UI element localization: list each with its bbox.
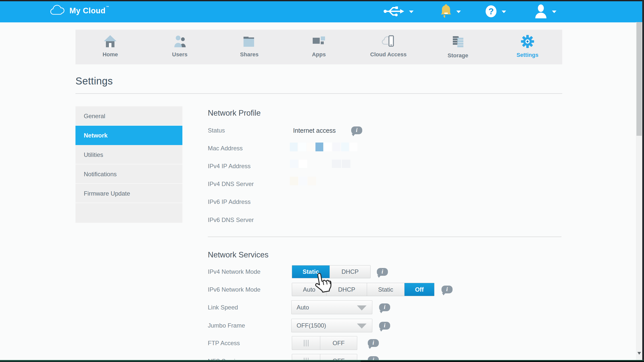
ipv4-mode-option-static[interactable]: Static	[292, 265, 330, 278]
ipv6-mode-option-auto[interactable]: Auto	[292, 283, 327, 296]
ipv6-mode-option-dhcp[interactable]: DHCP	[327, 283, 367, 296]
alerts-menu-button[interactable]	[440, 1, 461, 22]
sidebar-item-firmware-update[interactable]: Firmware Update	[75, 184, 182, 203]
nav-label: Settings	[516, 52, 538, 58]
redacted-value-block	[350, 143, 357, 151]
nav-label: Storage	[448, 52, 468, 59]
user-icon	[534, 4, 548, 20]
link-speed-dropdown[interactable]: Auto	[291, 300, 372, 314]
help-icon: ?	[485, 4, 498, 20]
dropdown-arrow-icon	[357, 305, 367, 310]
nav-item-home[interactable]: Home	[75, 30, 145, 64]
ftp-access-toggle[interactable]: OFF	[292, 336, 357, 350]
redacted-value-block	[299, 177, 307, 185]
help-caret-icon	[502, 11, 506, 13]
main-nav: Home Users Shares	[75, 30, 562, 64]
ipv4-mode-segmented-control: Static DHCP	[292, 265, 371, 278]
redacted-value-block	[342, 160, 350, 168]
svg-text:?: ?	[488, 7, 494, 16]
settings-sidebar: General Network Utilities Notifications …	[75, 106, 182, 223]
ipv4-mode-info-icon[interactable]: i	[377, 268, 388, 276]
nav-item-apps[interactable]: Apps	[284, 30, 353, 64]
ipv6-mode-option-static[interactable]: Static	[367, 283, 405, 296]
link-speed-label: Link Speed	[208, 303, 238, 312]
redacted-value-block	[298, 143, 306, 151]
ipv6-dns-label: IPv6 DNS Server	[208, 215, 254, 224]
trademark: ™	[106, 5, 109, 9]
nav-item-users[interactable]: Users	[145, 30, 214, 64]
scrollbar-down-arrow[interactable]	[637, 352, 641, 355]
jumbo-frame-info-icon[interactable]: i	[379, 322, 390, 330]
redacted-value-block	[341, 143, 349, 151]
usb-icon	[383, 5, 405, 19]
section-divider	[208, 237, 561, 237]
redacted-value-block	[333, 143, 340, 151]
ipv4-mode-label: IPv4 Network Mode	[208, 267, 260, 276]
ipv6-mode-label: IPv6 Network Mode	[208, 285, 260, 294]
ipv4-ip-label: IPv4 IP Address	[208, 162, 251, 171]
info-glyph: i	[382, 268, 383, 275]
usb-menu-button[interactable]	[383, 1, 414, 22]
ipv4-dns-redacted-value	[290, 177, 316, 185]
cloud-logo-icon	[49, 5, 65, 17]
info-glyph: i	[373, 340, 374, 346]
ipv6-mode-option-off[interactable]: Off	[405, 283, 434, 296]
recording-progress-bar	[0, 360, 644, 362]
redacted-value-block	[308, 177, 316, 185]
apps-icon	[312, 35, 326, 49]
sidebar-item-network[interactable]: Network	[75, 126, 182, 145]
dropdown-arrow-icon	[357, 324, 367, 329]
topbar: My Cloud™	[0, 1, 642, 22]
link-speed-value: Auto	[297, 304, 309, 311]
redacted-value-block	[307, 143, 315, 151]
mac-address-label: Mac Address	[208, 144, 243, 153]
brand-logo: My Cloud™	[49, 5, 109, 17]
title-divider	[75, 93, 562, 94]
users-icon	[173, 35, 187, 49]
redacted-value-block	[299, 160, 307, 168]
redacted-value-block	[290, 177, 298, 185]
nav-item-cloud-access[interactable]: Cloud Access	[354, 30, 423, 64]
redacted-value-gap	[308, 160, 331, 168]
mac-address-redacted-value	[290, 143, 357, 151]
ipv4-mode-option-dhcp[interactable]: DHCP	[330, 265, 370, 278]
nav-item-storage[interactable]: Storage	[423, 30, 493, 64]
info-glyph: i	[446, 286, 448, 292]
ipv4-dns-label: IPv4 DNS Server	[208, 179, 254, 189]
nav-label: Cloud Access	[370, 51, 407, 58]
sidebar-item-notifications[interactable]: Notifications	[75, 164, 182, 184]
nav-label: Users	[172, 51, 187, 58]
redacted-value-block	[332, 160, 341, 168]
link-speed-info-icon[interactable]: i	[379, 303, 390, 311]
sidebar-item-general[interactable]: General	[75, 106, 182, 126]
shares-icon	[242, 35, 256, 49]
window-right-edge	[642, 0, 644, 362]
scrollbar-thumb[interactable]	[636, 22, 642, 136]
ipv6-mode-info-icon[interactable]: i	[441, 286, 453, 293]
status-info-icon[interactable]: i	[351, 126, 362, 134]
nav-label: Shares	[240, 51, 258, 58]
ipv6-ip-label: IPv6 IP Address	[208, 197, 251, 206]
ftp-access-info-icon[interactable]: i	[368, 339, 379, 347]
ftp-access-label: FTP Access	[208, 339, 240, 348]
ipv6-mode-segmented-control: Auto DHCP Static Off	[292, 283, 434, 296]
jumbo-frame-dropdown[interactable]: OFF(1500)	[291, 319, 372, 332]
redacted-value-block	[290, 143, 298, 151]
nav-label: Home	[103, 51, 118, 58]
nav-item-settings[interactable]: Settings	[493, 30, 562, 64]
vertical-scrollbar-track[interactable]	[636, 22, 642, 360]
alerts-caret-icon	[456, 11, 461, 13]
nav-item-shares[interactable]: Shares	[215, 30, 284, 64]
logo-text: My Cloud™	[69, 6, 109, 15]
home-icon	[103, 35, 117, 49]
storage-icon	[451, 35, 465, 50]
settings-gear-icon	[521, 35, 534, 49]
ftp-access-state: OFF	[320, 336, 357, 350]
info-glyph: i	[356, 127, 357, 133]
sidebar-item-utilities[interactable]: Utilities	[75, 145, 182, 164]
user-menu-button[interactable]	[534, 1, 556, 22]
redacted-value-block	[315, 143, 323, 151]
jumbo-frame-value: OFF(1500)	[297, 322, 326, 329]
help-menu-button[interactable]: ?	[485, 1, 506, 22]
ipv4-ip-redacted-value	[290, 160, 350, 168]
